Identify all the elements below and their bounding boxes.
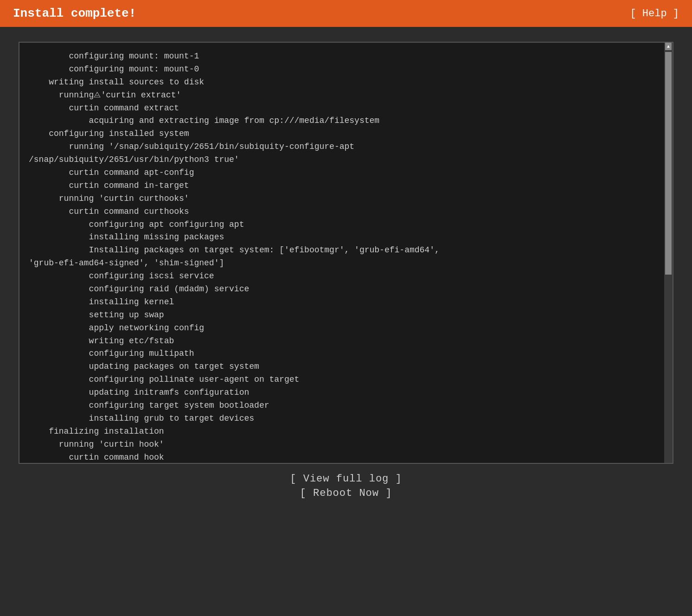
log-container: configuring mount: mount-1 configuring m…: [19, 42, 673, 464]
header-title: Install complete!: [13, 6, 136, 20]
view-full-log-button[interactable]: [ View full log ]: [290, 473, 402, 485]
scrollbar[interactable]: ▲: [664, 43, 673, 463]
footer: [ View full log ] [ Reboot Now ]: [0, 473, 692, 499]
log-output: configuring mount: mount-1 configuring m…: [19, 43, 673, 463]
reboot-now-button[interactable]: [ Reboot Now ]: [300, 488, 392, 499]
header: Install complete! [ Help ]: [0, 0, 692, 27]
scrollbar-up-arrow[interactable]: ▲: [665, 43, 672, 50]
help-button[interactable]: [ Help ]: [630, 8, 679, 19]
scrollbar-thumb[interactable]: [665, 52, 672, 275]
